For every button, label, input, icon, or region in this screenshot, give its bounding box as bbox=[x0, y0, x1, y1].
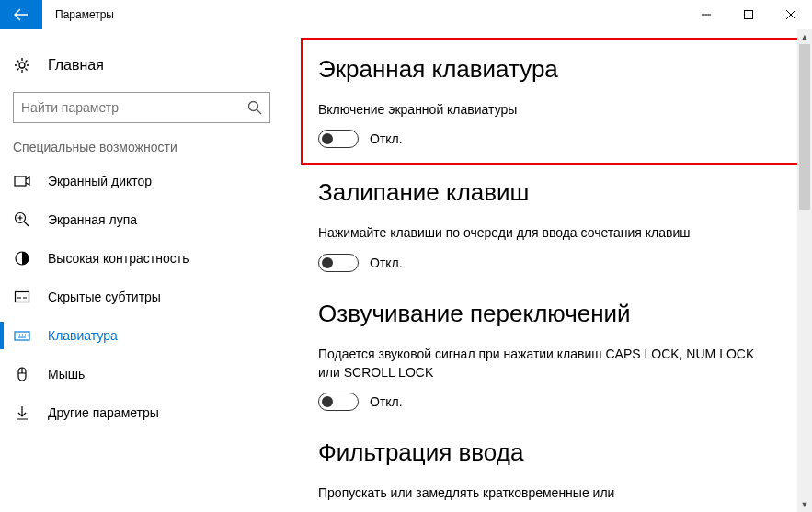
sidebar-item-label: Мышь bbox=[48, 367, 85, 381]
scroll-up-icon[interactable]: ▲ bbox=[797, 29, 812, 44]
captions-icon bbox=[13, 289, 31, 305]
sidebar-item-other[interactable]: Другие параметры bbox=[0, 393, 283, 432]
svg-rect-6 bbox=[16, 292, 29, 302]
keyboard-icon bbox=[13, 327, 31, 344]
sidebar-item-mouse[interactable]: Мышь bbox=[0, 355, 283, 393]
section-desc: Подается звуковой сигнал при нажатии кла… bbox=[318, 345, 760, 382]
sidebar-item-label: Клавиатура bbox=[48, 328, 118, 343]
section-heading: Залипание клавиш bbox=[318, 178, 790, 207]
scroll-down-icon[interactable]: ▼ bbox=[797, 497, 812, 512]
minimize-icon bbox=[702, 10, 711, 19]
section-sticky: Залипание клавиш Нажимайте клавиши по оч… bbox=[318, 178, 790, 271]
close-button[interactable] bbox=[770, 0, 812, 29]
sidebar-item-label: Другие параметры bbox=[48, 405, 159, 420]
sidebar-item-magnifier[interactable]: Экранная лупа bbox=[0, 200, 283, 239]
svg-rect-3 bbox=[15, 176, 26, 186]
section-osk: Экранная клавиатура Включение экранной к… bbox=[301, 38, 807, 165]
toggle-track bbox=[318, 130, 359, 148]
mouse-icon bbox=[13, 366, 31, 382]
sidebar-home[interactable]: Главная bbox=[0, 48, 283, 83]
svg-rect-7 bbox=[15, 332, 29, 340]
sidebar-item-keyboard[interactable]: Клавиатура bbox=[0, 316, 283, 355]
toggle-state-label: Откл. bbox=[370, 394, 403, 409]
maximize-icon bbox=[744, 10, 753, 19]
section-heading: Озвучивание переключений bbox=[318, 300, 790, 328]
toggle-track bbox=[318, 393, 359, 411]
sidebar-item-captions[interactable]: Скрытые субтитры bbox=[0, 278, 283, 316]
svg-rect-0 bbox=[745, 11, 753, 19]
section-desc: Включение экранной клавиатуры bbox=[318, 100, 760, 119]
svg-point-2 bbox=[249, 102, 258, 111]
window-title: Параметры bbox=[42, 8, 114, 21]
sidebar-item-label: Экранная лупа bbox=[48, 212, 137, 227]
sidebar: Главная Специальные возможности Экранный… bbox=[0, 29, 283, 512]
titlebar: Параметры bbox=[0, 0, 812, 29]
contrast-icon bbox=[13, 250, 31, 267]
toggle-state-label: Откл. bbox=[370, 256, 403, 270]
magnifier-icon bbox=[13, 211, 31, 228]
maximize-button[interactable] bbox=[727, 0, 770, 29]
section-desc: Нажимайте клавиши по очереди для ввода с… bbox=[318, 223, 760, 242]
minimize-button[interactable] bbox=[685, 0, 727, 29]
search-icon bbox=[247, 100, 262, 115]
close-icon bbox=[786, 10, 795, 19]
vertical-scrollbar[interactable]: ▲ ▼ bbox=[797, 29, 812, 512]
section-heading: Фильтрация ввода bbox=[318, 438, 790, 467]
sidebar-item-label: Высокая контрастность bbox=[48, 251, 189, 266]
arrow-left-icon bbox=[14, 7, 29, 22]
toggle-state-label: Откл. bbox=[370, 131, 403, 146]
toggle-sounds[interactable]: Откл. bbox=[318, 393, 790, 411]
back-button[interactable] bbox=[0, 0, 42, 29]
scrollbar-thumb[interactable] bbox=[799, 44, 810, 210]
other-icon bbox=[13, 404, 31, 421]
sidebar-group-label: Специальные возможности bbox=[0, 140, 283, 162]
sidebar-item-narrator[interactable]: Экранный диктор bbox=[0, 162, 283, 200]
sidebar-item-label: Экранный диктор bbox=[48, 174, 152, 188]
gear-icon bbox=[13, 57, 31, 74]
svg-point-1 bbox=[19, 63, 25, 68]
section-filter: Фильтрация ввода Пропускать или замедлят… bbox=[318, 438, 790, 502]
toggle-sticky[interactable]: Откл. bbox=[318, 254, 790, 272]
narrator-icon bbox=[13, 173, 31, 189]
section-desc: Пропускать или замедлять кратковременные… bbox=[318, 484, 760, 502]
sidebar-item-contrast[interactable]: Высокая контрастность bbox=[0, 239, 283, 278]
content-pane: Экранная клавиатура Включение экранной к… bbox=[283, 29, 812, 512]
toggle-track bbox=[318, 254, 359, 272]
sidebar-item-label: Скрытые субтитры bbox=[48, 290, 161, 304]
toggle-osk[interactable]: Откл. bbox=[318, 130, 790, 148]
search-input-container[interactable] bbox=[13, 92, 270, 123]
sidebar-home-label: Главная bbox=[48, 57, 104, 74]
section-toggle-sounds: Озвучивание переключений Подается звуков… bbox=[318, 300, 790, 412]
section-heading: Экранная клавиатура bbox=[318, 55, 790, 84]
search-input[interactable] bbox=[21, 100, 247, 115]
